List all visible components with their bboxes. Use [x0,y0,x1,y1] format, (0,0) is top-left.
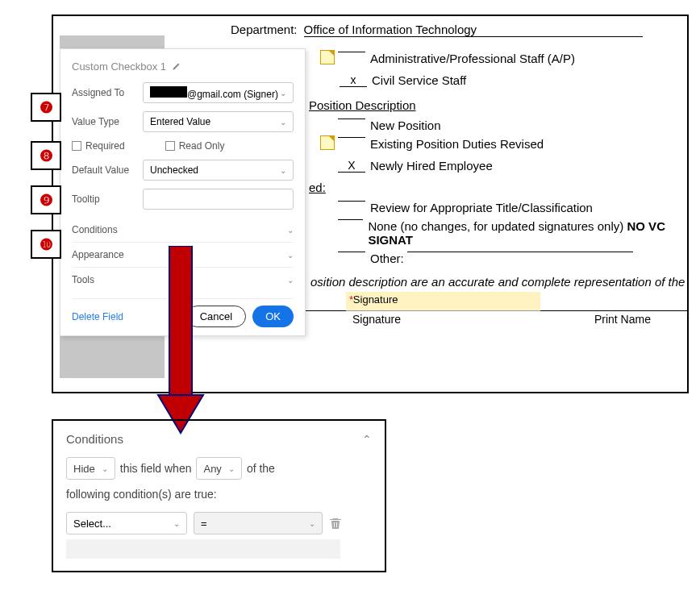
assigned-to-dropdown[interactable]: @gmail.com (Signer) ⌄ [143,82,294,103]
assigned-to-row: Assigned To @gmail.com (Signer) ⌄ [72,82,294,103]
select-value: Select... [73,518,111,530]
existing-check[interactable] [338,137,365,138]
condition-rule-row: Select... ⌄ = ⌄ [66,512,372,534]
delete-field-link[interactable]: Delete Field [72,311,123,322]
default-value-row: Default Value Unchecked ⌄ [72,160,294,181]
svg-rect-0 [169,246,192,399]
form-tag-icon[interactable] [320,135,335,150]
none-text: None (no changes, for updated signatures… [368,219,687,247]
department-value: Office of Information Technology [304,23,643,37]
position-desc-header: Position Description [309,98,687,112]
value-input-bar[interactable] [66,539,340,559]
value-type-label: Value Type [72,116,143,127]
conditions-panel: Conditions ⌃ Hide ⌄ this field when Any … [52,419,386,572]
sentence-text-1: this field when [120,462,192,475]
popup-title-text: Custom Checkbox 1 [72,60,166,73]
readonly-text: Read Only [179,140,225,152]
popup-title: Custom Checkbox 1 [72,60,294,73]
appearance-label: Appearance [72,249,124,260]
chevron-down-icon: ⌄ [280,166,286,175]
checkbox-options-row: Required Read Only [72,140,294,152]
hide-value: Hide [73,463,95,475]
default-value-label: Default Value [72,164,143,176]
chevron-down-icon: ⌄ [228,464,235,473]
signature-under-label: Signature [352,313,401,326]
conditions-title-row: Conditions ⌃ [66,432,372,446]
existing-text: Existing Position Duties Revised [370,137,544,151]
none-check[interactable] [338,219,363,220]
ok-button[interactable]: OK [252,306,294,327]
chevron-down-icon: ⌄ [280,89,286,98]
new-pos-text: New Position [370,119,441,132]
other-check[interactable] [338,252,365,252]
review-check[interactable] [338,201,365,202]
trash-icon[interactable] [329,517,342,530]
hide-show-dropdown[interactable]: Hide ⌄ [66,457,115,480]
readonly-checkbox[interactable] [165,141,175,151]
required-text: Required [85,140,125,152]
field-select-dropdown[interactable]: Select... ⌄ [66,512,187,534]
operator-value: = [201,518,207,530]
department-label: Department: [231,23,298,36]
tooltip-row: Tooltip [72,189,294,210]
newly-check[interactable]: X [338,159,365,173]
edit-icon[interactable] [171,62,181,72]
cs-check[interactable]: x [340,73,367,87]
tooltip-label: Tooltip [72,193,143,205]
value-type-value: Entered Value [150,116,210,127]
print-blank[interactable] [540,310,687,311]
assigned-email: @gmail.com (Signer) [187,89,278,100]
chevron-down-icon: ⌄ [287,251,294,260]
readonly-checkbox-label[interactable]: Read Only [165,140,225,152]
cs-staff-text: Civil Service Staff [372,73,466,87]
required-checkbox[interactable] [72,141,81,151]
conditions-label: Conditions [72,224,118,235]
annotation-badge-10: ❿ [31,230,61,259]
ap-staff-text: Administrative/Professional Staff (A/P) [370,52,575,65]
chevron-down-icon: ⌄ [173,519,180,528]
signature-placeholder: Signature [353,293,398,306]
assigned-to-label: Assigned To [72,87,143,98]
ap-check[interactable] [338,52,365,52]
default-value-dropdown[interactable]: Unchecked ⌄ [143,160,294,181]
chevron-down-icon: ⌄ [280,118,286,127]
department-row: Department: Office of Information Techno… [170,23,687,37]
conditions-title: Conditions [66,432,123,446]
chevron-down-icon: ⌄ [309,519,315,528]
newly-text: Newly Hired Employee [370,159,493,173]
default-value-value: Unchecked [150,164,198,176]
required-checkbox-label[interactable]: Required [72,140,125,152]
tools-label: Tools [72,274,94,285]
arrow-indicator [152,246,216,439]
chevron-down-icon: ⌄ [287,226,294,235]
chevron-down-icon: ⌄ [102,464,108,473]
signature-labels: Signature Print Name [352,313,687,326]
conditions-sentence-1: Hide ⌄ this field when Any ⌄ of the [66,457,372,480]
other-text: Other: [370,252,404,265]
value-type-row: Value Type Entered Value ⌄ [72,111,294,132]
other-input-line[interactable] [407,252,633,252]
tooltip-input[interactable] [143,189,294,210]
annotation-badge-9: ❾ [31,185,61,214]
print-under-label: Print Name [594,313,651,326]
review-text: Review for Appropriate Title/Classificat… [370,201,593,214]
annotation-badge-7: ❼ [31,93,61,122]
chevron-down-icon: ⌄ [287,276,294,285]
any-value: Any [203,463,221,475]
redacted-name [150,86,187,98]
signature-field[interactable]: *Signature [346,292,540,311]
certification-line: osition description are an accurate and … [310,275,687,289]
new-pos-check[interactable] [338,119,365,119]
form-tag-icon[interactable] [320,50,335,64]
operator-dropdown[interactable]: = ⌄ [194,512,323,534]
value-type-dropdown[interactable]: Entered Value ⌄ [143,111,294,132]
sentence-text-2: of the [247,462,275,475]
conditions-section[interactable]: Conditions ⌄ [72,218,294,242]
annotation-badge-8: ❽ [31,141,61,170]
any-all-dropdown[interactable]: Any ⌄ [196,457,241,480]
chevron-up-icon[interactable]: ⌃ [362,433,372,446]
conditions-sentence-2: following condition(s) are true: [66,488,372,501]
partial-header: ed: [309,181,687,194]
